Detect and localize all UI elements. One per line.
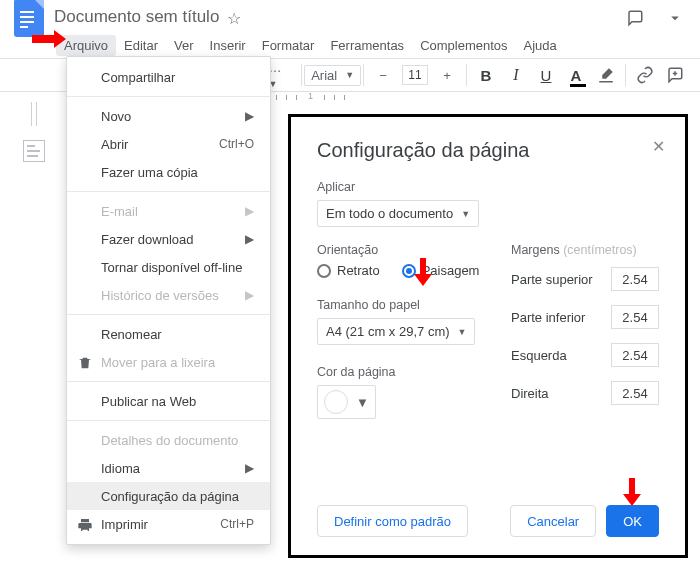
underline-button[interactable]: U (535, 64, 557, 86)
submenu-arrow-icon: ▶ (245, 109, 254, 123)
dialog-title: Configuração da página (317, 139, 659, 162)
submenu-arrow-icon: ▶ (245, 461, 254, 475)
menu-item-label: Fazer download (101, 232, 194, 247)
margins-label: Margens (centímetros) (511, 243, 659, 257)
menu-ferramentas[interactable]: Ferramentas (322, 35, 412, 56)
bold-button[interactable]: B (475, 64, 497, 86)
menu-formatar[interactable]: Formatar (254, 35, 323, 56)
ruler-mark: 1 (308, 92, 313, 101)
insert-link-button[interactable] (634, 64, 656, 86)
menu-item: E-mail▶ (67, 197, 270, 225)
menu-item-shortcut: Ctrl+P (220, 517, 254, 531)
radio-label: Retrato (337, 263, 380, 278)
menu-item-label: Fazer uma cópia (101, 165, 198, 180)
font-size-decrease-button[interactable]: − (372, 64, 394, 86)
font-family-dropdown[interactable]: Arial ▼ (304, 65, 361, 86)
insert-comment-button[interactable] (664, 64, 686, 86)
apply-label: Aplicar (317, 180, 659, 194)
menu-item[interactable]: Configuração da página (67, 482, 270, 510)
cancel-button[interactable]: Cancelar (510, 505, 596, 537)
menu-item[interactable]: AbrirCtrl+O (67, 130, 270, 158)
menu-separator (67, 191, 270, 192)
margin-left-row: Esquerda (511, 343, 659, 367)
menu-separator (67, 420, 270, 421)
page-color-dropdown[interactable]: ▼ (317, 385, 376, 419)
chevron-down-icon: ▼ (356, 395, 369, 410)
comments-icon[interactable] (624, 7, 646, 29)
orientation-label: Orientação (317, 243, 483, 257)
margin-left-input[interactable] (611, 343, 659, 367)
menu-item: Mover para a lixeira (67, 348, 270, 376)
paper-size-value: A4 (21 cm x 29,7 cm) (326, 324, 450, 339)
margin-bottom-input[interactable] (611, 305, 659, 329)
style-dropdown-trailing[interactable]: … ▼ (268, 60, 293, 90)
margin-top-label: Parte superior (511, 272, 593, 287)
star-icon[interactable]: ☆ (227, 9, 241, 28)
menu-item[interactable]: Idioma▶ (67, 454, 270, 482)
menu-item[interactable]: ImprimirCtrl+P (67, 510, 270, 538)
menu-item-label: Abrir (101, 137, 128, 152)
menu-item-label: Publicar na Web (101, 394, 196, 409)
docs-app-icon[interactable] (14, 0, 44, 37)
menu-item: Histórico de versões▶ (67, 281, 270, 309)
page-setup-dialog: Configuração da página ✕ Aplicar Em todo… (291, 117, 685, 555)
present-caret-icon[interactable] (664, 7, 686, 29)
menu-item-label: Imprimir (101, 517, 148, 532)
left-gutter (0, 102, 68, 162)
chevron-down-icon: ▼ (461, 209, 470, 219)
margin-left-label: Esquerda (511, 348, 567, 363)
menu-item-label: Histórico de versões (101, 288, 219, 303)
font-size-input[interactable] (402, 65, 428, 85)
document-outline-button[interactable] (23, 140, 45, 162)
menu-item[interactable]: Renomear (67, 320, 270, 348)
set-as-default-button[interactable]: Definir como padrão (317, 505, 468, 537)
ruler: 1 (268, 92, 700, 108)
margin-right-row: Direita (511, 381, 659, 405)
menu-ver[interactable]: Ver (166, 35, 202, 56)
document-title[interactable]: Documento sem título (54, 7, 219, 29)
title-bar: Documento sem título ☆ (0, 0, 700, 32)
collapse-handle[interactable] (31, 102, 37, 126)
menu-item-label: Idioma (101, 461, 140, 476)
highlight-color-button[interactable] (595, 64, 617, 86)
menu-item-label: Mover para a lixeira (101, 355, 215, 370)
menu-item[interactable]: Fazer download▶ (67, 225, 270, 253)
text-color-button[interactable]: A (565, 64, 587, 86)
menu-item[interactable]: Publicar na Web (67, 387, 270, 415)
menu-item[interactable]: Tornar disponível off-line (67, 253, 270, 281)
menu-inserir[interactable]: Inserir (202, 35, 254, 56)
font-family-value: Arial (311, 68, 337, 83)
menu-item[interactable]: Compartilhar (67, 63, 270, 91)
trash-icon (76, 354, 94, 372)
close-button[interactable]: ✕ (652, 137, 665, 156)
ok-button[interactable]: OK (606, 505, 659, 537)
radio-icon (317, 264, 331, 278)
margin-top-input[interactable] (611, 267, 659, 291)
orientation-portrait-radio[interactable]: Retrato (317, 263, 380, 278)
menu-item-label: Compartilhar (101, 70, 175, 85)
print-icon (76, 516, 94, 534)
menu-item-label: Tornar disponível off-line (101, 260, 242, 275)
menu-ajuda[interactable]: Ajuda (516, 35, 565, 56)
menu-item-label: Novo (101, 109, 131, 124)
menu-complementos[interactable]: Complementos (412, 35, 515, 56)
dialog-actions: Definir como padrão Cancelar OK (317, 505, 659, 537)
page-setup-dialog-frame: Configuração da página ✕ Aplicar Em todo… (288, 114, 688, 558)
margin-right-input[interactable] (611, 381, 659, 405)
margin-right-label: Direita (511, 386, 549, 401)
font-size-increase-button[interactable]: + (436, 64, 458, 86)
paper-size-dropdown[interactable]: A4 (21 cm x 29,7 cm) ▼ (317, 318, 475, 345)
menu-item[interactable]: Novo▶ (67, 102, 270, 130)
menu-item-label: Configuração da página (101, 489, 239, 504)
menu-item[interactable]: Fazer uma cópia (67, 158, 270, 186)
paper-size-label: Tamanho do papel (317, 298, 483, 312)
color-swatch-icon (324, 390, 348, 414)
apply-to-dropdown[interactable]: Em todo o documento ▼ (317, 200, 479, 227)
menu-item-label: Detalhes do documento (101, 433, 238, 448)
submenu-arrow-icon: ▶ (245, 288, 254, 302)
orientation-radio-group: Retrato Paisagem (317, 263, 483, 278)
apply-to-value: Em todo o documento (326, 206, 453, 221)
italic-button[interactable]: I (505, 64, 527, 86)
menu-editar[interactable]: Editar (116, 35, 166, 56)
margin-top-row: Parte superior (511, 267, 659, 291)
